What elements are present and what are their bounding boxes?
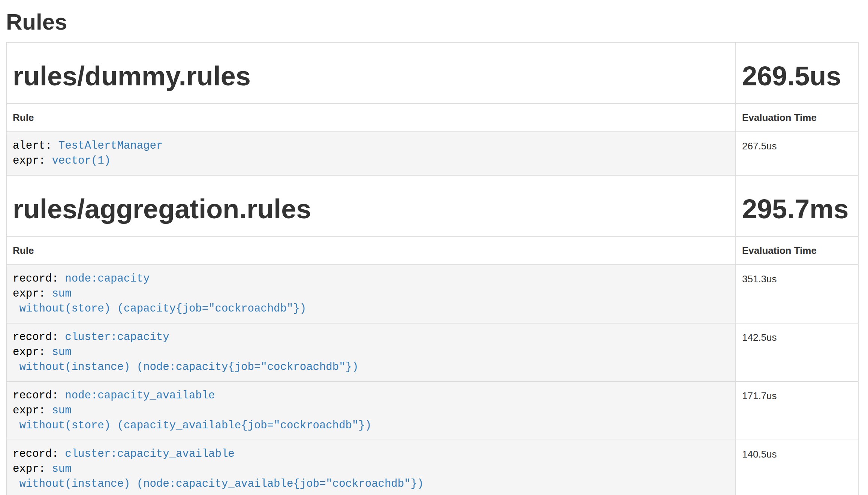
group-evaluation-time-cell: 269.5us bbox=[736, 42, 858, 103]
group-name-cell: rules/dummy.rules bbox=[6, 42, 736, 103]
rule-keyword-text: record: bbox=[13, 331, 65, 343]
rule-evaluation-time: 142.5us bbox=[736, 323, 858, 382]
rule-definition-cell: record: node:capacity expr: sum without(… bbox=[6, 265, 736, 323]
group-file-name: rules/aggregation.rules bbox=[13, 194, 729, 224]
group-file-name: rules/dummy.rules bbox=[13, 61, 729, 91]
rule-code: record: node:capacity expr: sum without(… bbox=[13, 271, 729, 316]
group-evaluation-time: 295.7ms bbox=[742, 194, 852, 224]
rule-keyword-text: record: bbox=[13, 273, 65, 285]
rule-code: record: cluster:capacity_available expr:… bbox=[13, 447, 729, 492]
rule-keyword-text: alert: bbox=[13, 140, 58, 152]
group-evaluation-time-cell: 295.7ms bbox=[736, 175, 858, 236]
group-evaluation-time: 269.5us bbox=[742, 61, 852, 91]
rule-definition-cell: record: cluster:capacity_available expr:… bbox=[6, 440, 736, 495]
rule-row: record: node:capacity expr: sum without(… bbox=[6, 265, 858, 323]
rule-evaluation-time: 351.3us bbox=[736, 265, 858, 323]
rule-expression-link[interactable]: TestAlertManager bbox=[58, 140, 163, 152]
rule-keyword-text: expr: bbox=[13, 463, 52, 475]
rule-expression-link[interactable]: sum without(store) (capacity{job="cockro… bbox=[13, 288, 306, 315]
rule-expression-link[interactable]: node:capacity bbox=[65, 273, 150, 285]
rule-expression-link[interactable]: sum without(store) (capacity_available{j… bbox=[13, 404, 371, 432]
rule-group-header-row: rules/dummy.rules269.5us bbox=[6, 42, 858, 103]
rule-keyword-text: expr: bbox=[13, 404, 52, 417]
rule-evaluation-time: 171.7us bbox=[736, 382, 858, 440]
column-header-row: RuleEvaluation Time bbox=[6, 236, 858, 265]
rule-row: record: node:capacity_available expr: su… bbox=[6, 382, 858, 440]
group-name-cell: rules/aggregation.rules bbox=[6, 175, 736, 236]
page-title: Rules bbox=[6, 10, 859, 34]
rule-keyword-text: record: bbox=[13, 448, 65, 460]
evaluation-time-column-header: Evaluation Time bbox=[736, 236, 858, 265]
rule-code: record: node:capacity_available expr: su… bbox=[13, 388, 729, 433]
rule-keyword-text: expr: bbox=[13, 155, 52, 167]
rule-row: record: cluster:capacity expr: sum witho… bbox=[6, 323, 858, 382]
rule-definition-cell: alert: TestAlertManager expr: vector(1) bbox=[6, 132, 736, 175]
rules-page: Rules rules/dummy.rules269.5usRuleEvalua… bbox=[6, 10, 859, 495]
rule-code: alert: TestAlertManager expr: vector(1) bbox=[13, 139, 729, 168]
rule-row: record: cluster:capacity_available expr:… bbox=[6, 440, 858, 495]
rule-keyword-text: expr: bbox=[13, 288, 52, 300]
rule-expression-link[interactable]: sum without(instance) (node:capacity_ava… bbox=[13, 463, 424, 490]
rule-column-header: Rule bbox=[6, 236, 736, 265]
rule-code: record: cluster:capacity expr: sum witho… bbox=[13, 330, 729, 375]
column-header-row: RuleEvaluation Time bbox=[6, 103, 858, 132]
rule-keyword-text: record: bbox=[13, 389, 65, 402]
rule-definition-cell: record: cluster:capacity expr: sum witho… bbox=[6, 323, 736, 382]
rule-expression-link[interactable]: cluster:capacity_available bbox=[65, 448, 234, 460]
rules-table: rules/dummy.rules269.5usRuleEvaluation T… bbox=[6, 42, 859, 495]
rule-group-header-row: rules/aggregation.rules295.7ms bbox=[6, 175, 858, 236]
rule-keyword-text: expr: bbox=[13, 346, 52, 358]
rule-evaluation-time: 140.5us bbox=[736, 440, 858, 495]
rule-expression-link[interactable]: node:capacity_available bbox=[65, 389, 215, 402]
rule-row: alert: TestAlertManager expr: vector(1)2… bbox=[6, 132, 858, 175]
rule-column-header: Rule bbox=[6, 103, 736, 132]
evaluation-time-column-header: Evaluation Time bbox=[736, 103, 858, 132]
rule-expression-link[interactable]: vector(1) bbox=[52, 155, 111, 167]
rule-evaluation-time: 267.5us bbox=[736, 132, 858, 175]
rules-table-body: rules/dummy.rules269.5usRuleEvaluation T… bbox=[6, 42, 858, 495]
rule-definition-cell: record: node:capacity_available expr: su… bbox=[6, 382, 736, 440]
rule-expression-link[interactable]: cluster:capacity bbox=[65, 331, 169, 343]
rule-expression-link[interactable]: sum without(instance) (node:capacity{job… bbox=[13, 346, 358, 373]
